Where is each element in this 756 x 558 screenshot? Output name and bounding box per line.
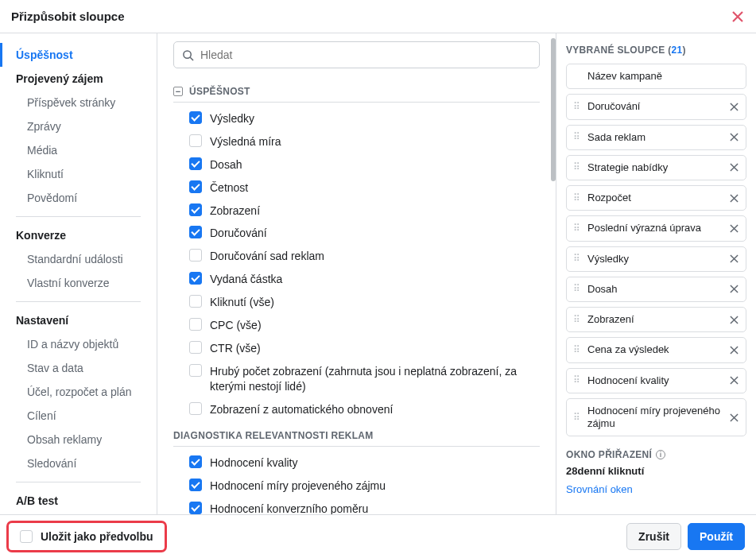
cancel-button[interactable]: Zrušit: [626, 523, 681, 550]
option-checkbox[interactable]: [189, 226, 202, 238]
option-row[interactable]: Výsledná míra: [173, 130, 540, 153]
sidebar-item-nastaveni[interactable]: Nastavení: [0, 308, 157, 332]
attribution-compare-link[interactable]: Srovnání oken: [566, 483, 633, 495]
option-row[interactable]: Hodnocení míry projeveného zájmu: [173, 475, 540, 498]
selected-chip[interactable]: ⠿Poslední výrazná úprava: [566, 215, 746, 241]
selected-chip[interactable]: ⠿Sada reklam: [566, 125, 746, 150]
sidebar-item-uspesnost[interactable]: Úspěšnost: [0, 43, 157, 67]
sidebar-item-obsah-reklamy[interactable]: Obsah reklamy: [0, 428, 157, 451]
option-row[interactable]: Zobrazení: [173, 200, 540, 223]
chip-remove-icon[interactable]: [728, 254, 739, 265]
close-button[interactable]: [731, 10, 745, 24]
selected-chip[interactable]: ⠿Hodnocení míry projeveného zájmu: [566, 398, 746, 437]
sidebar-item-prispevek-stranky[interactable]: Příspěvek stránky: [0, 91, 157, 114]
drag-handle-icon[interactable]: ⠿: [573, 227, 581, 231]
drag-handle-icon[interactable]: ⠿: [573, 348, 581, 352]
option-checkbox[interactable]: [189, 134, 202, 147]
info-icon[interactable]: i: [656, 450, 665, 459]
drag-handle-icon[interactable]: ⠿: [573, 318, 581, 322]
selected-chip[interactable]: ⠿Výsledky: [566, 246, 746, 272]
sidebar-item-ab-test[interactable]: A/B test: [0, 489, 157, 513]
sidebar-item-zpravy[interactable]: Zprávy: [0, 114, 157, 138]
group-header[interactable]: DIAGNOSTIKA RELEVANTNOSTI REKLAM: [173, 420, 540, 447]
drag-handle-icon[interactable]: ⠿: [573, 105, 581, 109]
sidebar-item-povedomi[interactable]: Povědomí: [0, 186, 157, 210]
selected-chip[interactable]: ⠿Dosah: [566, 277, 746, 302]
chip-remove-icon[interactable]: [728, 412, 739, 423]
option-checkbox[interactable]: [189, 157, 202, 170]
selected-chip[interactable]: ⠿Hodnocení kvality: [566, 368, 746, 393]
search-box[interactable]: [173, 41, 540, 68]
sidebar-item-kliknuti[interactable]: Kliknutí: [0, 162, 157, 186]
option-row[interactable]: Vydaná částka: [173, 268, 540, 291]
option-label: Kliknutí (vše): [210, 295, 274, 310]
option-checkbox[interactable]: [189, 295, 202, 308]
option-checkbox[interactable]: [189, 180, 202, 193]
apply-button[interactable]: Použít: [688, 523, 745, 550]
option-checkbox[interactable]: [189, 364, 202, 377]
drag-handle-icon[interactable]: ⠿: [573, 135, 581, 139]
option-checkbox[interactable]: [189, 341, 202, 354]
sidebar-item-sledovani[interactable]: Sledování: [0, 451, 157, 475]
sidebar-item-ucel-rozpocet[interactable]: Účel, rozpočet a plán: [0, 380, 157, 404]
group-header[interactable]: −ÚSPĚŠNOST: [173, 76, 540, 103]
option-row[interactable]: Hodnocení konverzního poměru: [173, 498, 540, 514]
chip-remove-icon[interactable]: [728, 101, 739, 112]
option-checkbox[interactable]: [189, 502, 202, 514]
option-checkbox[interactable]: [189, 272, 202, 285]
option-row[interactable]: CPC (vše): [173, 314, 540, 337]
option-checkbox[interactable]: [189, 479, 202, 491]
save-preset-checkbox[interactable]: [20, 530, 33, 543]
sidebar-item-stav-data[interactable]: Stav a data: [0, 356, 157, 380]
selected-chip[interactable]: ⠿Název kampaně: [566, 64, 746, 89]
drag-handle-icon[interactable]: ⠿: [573, 287, 581, 291]
collapse-icon[interactable]: −: [173, 87, 183, 96]
option-checkbox[interactable]: [189, 455, 202, 468]
sidebar-item-cileni[interactable]: Cílení: [0, 404, 157, 428]
option-row[interactable]: Zobrazení z automatického obnovení: [173, 398, 540, 421]
chip-remove-icon[interactable]: [728, 192, 739, 203]
search-input[interactable]: [200, 48, 531, 61]
scrollbar-thumb[interactable]: [551, 38, 556, 181]
sidebar-item-konverze[interactable]: Konverze: [0, 223, 157, 247]
drag-handle-icon[interactable]: ⠿: [573, 165, 581, 169]
chip-remove-icon[interactable]: [728, 162, 739, 173]
chip-remove-icon[interactable]: [728, 375, 739, 386]
chip-remove-icon[interactable]: [728, 284, 739, 295]
option-row[interactable]: Doručování: [173, 222, 540, 245]
sidebar-item-media[interactable]: Média: [0, 138, 157, 162]
chip-remove-icon[interactable]: [728, 344, 739, 355]
option-checkbox[interactable]: [189, 111, 202, 124]
chip-remove-icon[interactable]: [728, 223, 739, 234]
option-checkbox[interactable]: [189, 402, 202, 415]
option-row[interactable]: Výsledky: [173, 107, 540, 130]
sidebar-item-standardni-udalosti[interactable]: Standardní události: [0, 247, 157, 271]
selected-chip[interactable]: ⠿Zobrazení: [566, 307, 746, 332]
selected-chip[interactable]: ⠿Doručování: [566, 94, 746, 119]
option-checkbox[interactable]: [189, 318, 202, 331]
option-checkbox[interactable]: [189, 249, 202, 262]
options-list[interactable]: −ÚSPĚŠNOSTVýsledkyVýsledná míraDosahČetn…: [157, 76, 556, 514]
sidebar-item-id-nazvy[interactable]: ID a názvy objektů: [0, 332, 157, 356]
save-as-preset[interactable]: Uložit jako předvolbu: [6, 521, 167, 552]
drag-handle-icon[interactable]: ⠿: [573, 378, 581, 382]
selected-chip[interactable]: ⠿Strategie nabídky: [566, 155, 746, 180]
option-row[interactable]: Hodnocení kvality: [173, 451, 540, 475]
center-scrollbar[interactable]: [551, 38, 556, 514]
option-checkbox[interactable]: [189, 203, 202, 216]
drag-handle-icon[interactable]: ⠿: [573, 257, 581, 261]
option-row[interactable]: Dosah: [173, 153, 540, 176]
option-row[interactable]: Četnost: [173, 176, 540, 200]
selected-chip[interactable]: ⠿Cena za výsledek: [566, 337, 746, 362]
sidebar-item-projeveny-zajem[interactable]: Projevený zájem: [0, 67, 157, 91]
selected-chip[interactable]: ⠿Rozpočet: [566, 185, 746, 211]
sidebar-item-vlastni-konverze[interactable]: Vlastní konverze: [0, 271, 157, 295]
chip-remove-icon[interactable]: [728, 132, 739, 143]
drag-handle-icon[interactable]: ⠿: [573, 416, 581, 420]
chip-remove-icon[interactable]: [728, 314, 739, 325]
drag-handle-icon[interactable]: ⠿: [573, 196, 581, 200]
option-row[interactable]: Kliknutí (vše): [173, 291, 540, 314]
option-row[interactable]: Hrubý počet zobrazení (zahrnuta jsou i n…: [173, 360, 540, 398]
option-row[interactable]: Doručování sad reklam: [173, 245, 540, 268]
option-row[interactable]: CTR (vše): [173, 337, 540, 360]
